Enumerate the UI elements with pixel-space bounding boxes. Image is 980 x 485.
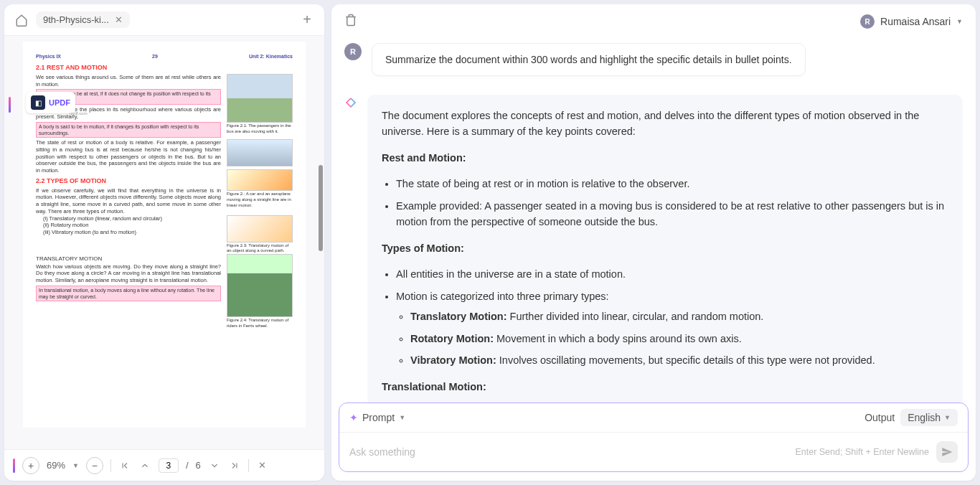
list-item: (i) Translatory motion (linear, random a… [36,215,221,222]
tab-title: 9th-Physics-ki... [43,14,109,25]
input-controls: ✦ Prompt ▼ Output English ▼ [339,403,968,433]
figure-plane [227,169,293,191]
tab-bar: 9th-Physics-ki... ✕ + [4,4,324,36]
chevron-down-icon: ▼ [956,18,963,25]
chat-panel: R Rumaisa Ansari ▼ R Summarize the docum… [331,4,976,481]
list-item: (ii) Rotatory motion [36,222,221,229]
chevron-down-icon[interactable]: ▼ [72,462,79,469]
ai-heading: Rest and Motion: [382,152,466,164]
user-menu[interactable]: R Rumaisa Ansari ▼ [860,14,963,29]
page-sep: / [186,460,189,471]
doc-header-left: Physics IX [36,53,61,60]
chevron-down-icon: ▼ [399,414,405,421]
bottom-toolbar: + 69% ▼ − / 6 ✕ [4,449,324,481]
section-title: 2.2 TYPES OF MOTION [36,177,221,186]
accent-bar [13,458,15,473]
page-total: 6 [196,460,201,471]
first-page-icon[interactable] [118,459,131,472]
input-box: ✦ Prompt ▼ Output English ▼ Enter Send; … [339,402,969,472]
figure-ferris [227,254,293,317]
input-hint: Enter Send; Shift + Enter Newline [795,447,929,457]
prev-page-icon[interactable] [138,459,151,472]
ai-bullet: Example provided: A passenger seated in … [396,198,948,230]
document-viewer[interactable]: ◧ UPDF updf.com Physics IX 29 Unit 2: Ki… [4,36,324,449]
doc-para: Watch how various objects are moving. Do… [36,263,221,284]
ai-sub-bullet: Rotatory Motion: Movement in which a bod… [410,331,948,347]
ai-bullet: The state of being at rest or in motion … [396,176,948,192]
zoom-level: 69% [47,460,65,471]
figure-caption: Figure 2.3: Translatory motion of an obj… [227,243,293,255]
subsection-title: TRANSLATORY MOTION [36,255,221,263]
doc-para: The state of rest or motion of a body is… [36,139,221,174]
figure-caption: Figure 2.: A car and an aeroplane moving… [227,192,293,208]
figure-caption: Figure 2.1: The passengers in the bus ar… [227,123,293,135]
output-label: Output [864,412,895,423]
page-input[interactable] [159,458,179,473]
ai-bullet: All entities in the universe are in a st… [396,266,948,282]
separator [110,459,111,472]
chevron-down-icon: ▼ [944,414,951,421]
ai-sub-bullet: Vibratory Motion: Involves oscillating m… [410,352,948,368]
next-page-icon[interactable] [208,459,221,472]
updf-logo: ◧ UPDF updf.com [26,92,75,113]
logo-icon: ◧ [31,95,45,110]
prompt-dropdown[interactable]: ✦ Prompt ▼ [349,412,405,423]
ai-bullet: Motion is categorized into three primary… [396,288,948,369]
last-page-icon[interactable] [228,459,241,472]
ai-heading: Types of Motion: [382,242,464,254]
chat-input[interactable] [349,446,795,458]
ai-heading: Translational Motion: [382,381,486,392]
separator [248,459,249,472]
list-item: (iii) Vibratory motion (to and fro motio… [36,229,221,236]
figure-caption: Figure 2.4: Translatory motion of riders… [227,318,293,329]
figure-curve [227,215,293,242]
user-name: Rumaisa Ansari [880,16,951,27]
chat-area[interactable]: R Summarize the document within 300 word… [331,39,976,402]
figure-bus [227,74,293,123]
user-message: R Summarize the document within 300 word… [344,43,963,76]
doc-para: We see various things around us. Some of… [36,74,221,88]
close-icon[interactable]: ✕ [256,459,269,472]
figure-car [227,139,293,166]
sparkle-icon: ✦ [349,412,358,423]
add-tab-button[interactable]: + [297,10,317,30]
input-row: Enter Send; Shift + Enter Newline [339,433,968,471]
language-dropdown[interactable]: English ▼ [900,409,958,426]
close-icon[interactable]: ✕ [115,14,123,25]
home-icon[interactable] [11,10,32,30]
document-panel: 9th-Physics-ki... ✕ + ◧ UPDF updf.com Ph… [4,4,324,481]
accent-bar [9,97,11,113]
avatar: R [860,14,875,29]
chat-header: R Rumaisa Ansari ▼ [331,4,976,39]
scrollbar[interactable] [319,165,323,251]
logo-subtext: updf.com [70,111,88,116]
document-tab[interactable]: 9th-Physics-ki... ✕ [36,11,130,28]
send-button[interactable] [936,441,958,463]
doc-header-page: 29 [152,53,158,60]
ai-icon [344,96,357,109]
section-title: 2.1 REST AND MOTION [36,64,293,72]
avatar: R [344,43,362,60]
doc-para: If we observe carefully, we will find th… [36,187,221,215]
logo-text: UPDF [49,98,70,107]
ai-message: The document explores the concepts of re… [344,95,963,402]
zoom-out-button[interactable]: − [86,457,103,474]
highlight-box: A body is said to be in motion, if it ch… [36,122,221,138]
ai-intro: The document explores the concepts of re… [382,108,948,140]
prompt-label: Prompt [362,412,395,423]
user-bubble: Summarize the document within 300 words … [372,43,806,76]
language-value: English [908,412,941,423]
trash-icon[interactable] [344,14,357,29]
ai-bubble: The document explores the concepts of re… [367,95,963,402]
zoom-in-button[interactable]: + [22,457,39,474]
input-zone: ✦ Prompt ▼ Output English ▼ Enter Send; … [331,402,976,481]
ai-sub-bullet: Translatory Motion: Further divided into… [410,309,948,324]
doc-header-right: Unit 2: Kinematics [249,53,293,60]
highlight-box: In translational motion, a body moves al… [36,286,221,301]
